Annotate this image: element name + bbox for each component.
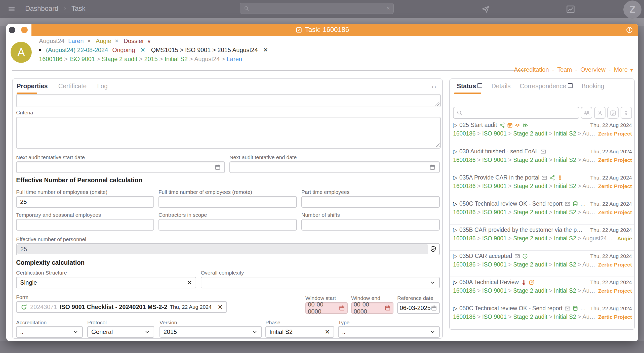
tab-booking[interactable]: Booking [582,82,604,90]
send-icon[interactable] [481,5,490,14]
status-list-item[interactable]: ▷ 035B CAR provided by the customer via … [450,224,635,250]
criteria-textarea[interactable] [16,117,441,149]
status-list-item[interactable]: ▷ 050A Technical Review Thu, 22 Aug 2024… [450,277,635,303]
expand-triangle-icon[interactable]: ▷ [453,279,457,286]
menu-icon[interactable] [7,5,16,13]
task-breadcrumb[interactable]: 1600186 > ISO 9001 > Stage 2 audit > 201… [39,56,242,63]
crumb-segment[interactable]: 2015 [144,56,157,62]
form-field[interactable]: 20243071 ISO 9001 Checklist - 20240201 M… [16,301,227,313]
chevron-down-icon[interactable] [430,280,436,286]
resize-grip[interactable] [435,143,439,147]
tab-properties[interactable]: Properties [17,82,48,90]
crumb-segment[interactable]: August24 [194,56,220,62]
calendar-icon[interactable] [214,164,221,170]
form-clear-icon[interactable]: ✕ [218,303,223,311]
header-link-more[interactable]: More▼ [614,66,634,73]
phase-clear-icon[interactable]: ✕ [325,328,330,336]
chevron-down-icon[interactable] [252,329,258,335]
calendar-icon[interactable] [431,305,437,311]
shifts-field[interactable] [301,219,440,231]
status-list-item[interactable]: ▷ 030 Audit finished - send EoAL Thu, 22… [450,146,635,172]
resize-grip[interactable] [435,102,439,106]
calendar-icon[interactable] [384,305,391,311]
expand-triangle-icon[interactable]: ▷ [453,253,457,259]
expand-triangle-icon[interactable]: ▷ [453,148,457,155]
expand-horizontal-icon[interactable]: ↔ [430,81,438,90]
tab-status[interactable]: Status [457,82,482,90]
status-list-item[interactable]: ▷ 035A Provide CAR in the portal Thu, 22… [450,172,635,198]
status-search-input[interactable] [453,107,579,119]
cert-structure-field[interactable]: Single ✕ [16,277,196,288]
person-filter-button[interactable] [594,107,606,119]
expand-triangle-icon[interactable]: ▷ [453,305,457,312]
next-start-date-field[interactable] [16,161,225,173]
protocol-select[interactable]: General [87,326,154,338]
chevron-down-icon[interactable] [144,329,150,335]
audit-date-link[interactable]: (August24) 22-08-2024 [46,47,108,53]
tab-correspondence[interactable]: Correspondence [520,82,573,90]
next-end-date-field[interactable] [229,161,440,173]
calendar-icon[interactable] [429,164,436,170]
part-time-field[interactable] [301,196,440,208]
tag-augie-close-icon[interactable]: × [115,37,118,44]
header-link-team[interactable]: Team [557,66,572,73]
status-list-item[interactable]: ▷ 025 Start audit Thu, 22 Aug 2024 16001… [450,120,635,146]
window-close-button[interactable] [9,27,15,33]
qms-close-icon[interactable]: ✕ [263,47,268,53]
expand-triangle-icon[interactable]: ▷ [453,122,457,128]
type-select[interactable]: .. [338,326,440,338]
tag-laren-close-icon[interactable]: × [87,37,91,44]
overall-complexity-select[interactable] [201,277,440,288]
temp-seasonal-field[interactable] [16,219,154,231]
chevron-down-icon[interactable] [73,329,79,335]
search-clear-icon[interactable]: × [386,5,390,12]
expand-triangle-icon[interactable]: ▷ [453,174,457,181]
window-minimize-button[interactable] [21,27,28,33]
dossier-dropdown[interactable]: Dossier [124,37,144,44]
crumb-segment[interactable]: Stage 2 audit [102,56,137,62]
dossier-chevron-icon[interactable]: ∨ [147,38,151,44]
tag-laren[interactable]: Laren [68,37,84,44]
tag-augie[interactable]: Augie [96,37,111,44]
notes-textarea[interactable] [16,94,441,107]
people-filter-button[interactable] [581,107,592,119]
clear-icon[interactable]: ✕ [187,279,192,286]
qms-path[interactable]: QMS1015 > ISO 9001 > 2015 August24 [151,47,258,53]
header-link-accreditation[interactable]: Accreditation [514,66,549,73]
tab-log[interactable]: Log [97,82,108,90]
tab-certificate[interactable]: Certificate [58,82,87,90]
popout-square-icon[interactable] [568,83,573,88]
popout-square-icon[interactable] [477,83,482,88]
version-select[interactable]: 2015 [159,326,262,338]
status-list-item[interactable]: ▷ 050C Technical review OK - Send report… [450,303,635,329]
global-search-input[interactable]: × [240,3,394,14]
calendar-edit-filter-button[interactable] [607,107,619,119]
window-end-field[interactable]: 00-00-0000 [351,302,393,314]
fte-onsite-field[interactable] [16,196,154,208]
chevron-down-icon[interactable] [430,329,436,335]
expand-triangle-icon[interactable]: ▷ [453,227,457,233]
expand-triangle-icon[interactable]: ▷ [453,201,457,207]
info-icon[interactable] [626,26,633,34]
window-start-field[interactable]: 00-00-0000 [305,302,348,314]
tab-details[interactable]: Details [491,82,510,90]
crumb-segment[interactable]: ISO 9001 [69,56,95,62]
sort-filter-button[interactable] [621,107,632,119]
breadcrumb-dashboard[interactable]: Dashboard [25,5,58,13]
reference-date-field[interactable]: 06-03-2025 [397,302,440,314]
accreditation-select[interactable]: .. [16,326,83,338]
crumb-segment[interactable]: 1600186 [39,56,62,62]
crumb-segment[interactable]: Initial S2 [165,56,188,62]
avatar[interactable]: Z [623,1,641,19]
calendar-icon[interactable] [339,305,345,311]
phase-field[interactable]: Initial S2 ✕ [265,326,334,338]
contractors-field[interactable] [158,219,297,231]
header-link-overview[interactable]: Overview [580,66,606,73]
status-list-item[interactable]: ▷ 050C Technical review OK - Send report… [450,198,635,224]
tag-august24[interactable]: August24 [39,37,64,44]
fte-remote-field[interactable] [158,196,297,208]
breadcrumb-task[interactable]: Task [71,5,86,13]
crumb-segment[interactable]: Laren [227,56,242,62]
audit-close-icon[interactable]: ✕ [140,47,145,53]
status-list-item[interactable]: ▷ 035D CAR accepted Thu, 22 Aug 2024 160… [450,250,635,277]
